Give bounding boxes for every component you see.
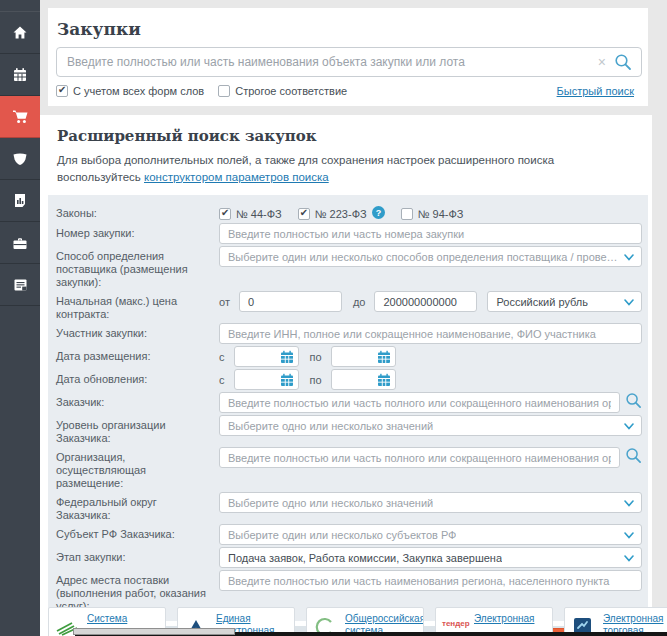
placement-date-label: Дата размещения: [56, 346, 219, 363]
form-row-participant: Участник закупки: [56, 323, 642, 344]
constructor-params-link[interactable]: конструктором параметров поиска [144, 171, 329, 183]
placing-org-input[interactable] [219, 447, 620, 468]
law-94fz-label: № 94-ФЗ [418, 208, 464, 220]
calendar-icon [280, 350, 294, 364]
federal-district-select[interactable]: Выберите одно или несколько значений [219, 492, 642, 513]
date-from-label: с [219, 374, 225, 386]
search-section: Закупки × С учетом всех форм слов Строго… [48, 8, 648, 106]
federal-district-value: Выберите одно или несколько значений [228, 497, 433, 509]
calendar-icon [377, 373, 391, 387]
sidebar-item-home[interactable] [0, 12, 40, 54]
law-223fz-item: № 223-ФЗ ? [298, 206, 385, 221]
form-row-purchase-number: Номер закупки: [56, 223, 642, 244]
purchase-number-input[interactable] [219, 223, 642, 244]
region-label: Субъект РФ Заказчика: [56, 524, 219, 541]
sidebar [0, 0, 40, 636]
stage-label: Этап закупки: [56, 547, 219, 564]
update-date-from-input[interactable] [234, 369, 299, 390]
form-row-federal-district: Федеральный округ Заказчика: Выберите од… [56, 492, 642, 522]
sidebar-item-organizations[interactable] [0, 222, 40, 264]
form-row-customer: Заказчик: [56, 392, 642, 413]
date-to-label: по [310, 374, 322, 386]
update-date-label: Дата обновления: [56, 369, 219, 386]
search-options: С учетом всех форм слов Строгое соответс… [56, 85, 642, 97]
update-date-to-input[interactable] [331, 369, 396, 390]
page-title: Закупки [57, 19, 642, 39]
all-word-forms-checkbox[interactable] [56, 85, 68, 97]
region-value: Выберите один или несколько субъектов РФ [228, 529, 456, 541]
chevron-down-icon [624, 555, 634, 562]
supplier-method-value: Выберите один или несколько способов опр… [228, 251, 621, 263]
chevron-down-icon [624, 254, 634, 261]
briefcase-icon [12, 236, 28, 250]
procurement-search-screen: Закупки × С учетом всех форм слов Строго… [0, 0, 667, 636]
placing-org-search-icon[interactable] [625, 447, 642, 468]
customer-search-icon[interactable] [625, 392, 642, 413]
org-level-select[interactable]: Выберите одно или несколько значений [219, 415, 642, 436]
currency-select[interactable]: Российский рубль [487, 291, 642, 312]
participant-input[interactable] [219, 323, 642, 344]
help-icon[interactable]: ? [372, 206, 385, 221]
law-44fz-item: № 44-ФЗ [219, 208, 282, 220]
search-box: × [56, 47, 642, 77]
federal-district-label: Федеральный округ Заказчика: [56, 492, 219, 522]
page-content: Закупки × С учетом всех форм слов Строго… [40, 0, 667, 636]
date-from-label: с [219, 351, 225, 363]
placement-date-from-input[interactable] [234, 346, 299, 367]
news-icon [13, 278, 28, 292]
home-icon [12, 25, 28, 40]
shield-icon [12, 152, 28, 166]
advanced-search-description: Для выбора дополнительных полей, а также… [57, 152, 622, 185]
calendar-icon [377, 350, 391, 364]
search-input[interactable] [56, 47, 642, 77]
strict-match-label: Строгое соответствие [235, 85, 347, 97]
calendar-icon [12, 67, 28, 82]
placement-date-to-input[interactable] [331, 346, 396, 367]
stage-select[interactable]: Подача заявок, Работа комиссии, Закупка … [219, 547, 642, 568]
form-row-placing-org: Организация, осуществляющая размещение: [56, 447, 642, 490]
org-level-value: Выберите одно или несколько значений [228, 420, 433, 432]
currency-value: Российский рубль [496, 296, 588, 308]
chevron-down-icon [624, 532, 634, 539]
clear-search-icon[interactable]: × [598, 53, 606, 71]
price-to-input[interactable] [374, 291, 477, 312]
sidebar-item-reports[interactable] [0, 180, 40, 222]
sidebar-item-news[interactable] [0, 264, 40, 306]
chevron-down-icon [624, 299, 634, 306]
search-icon[interactable] [614, 53, 632, 75]
svg-text:?: ? [375, 208, 381, 218]
report-icon [13, 193, 27, 208]
strict-match-checkbox[interactable] [218, 85, 230, 97]
form-row-price: Начальная (макс.) цена контракта: от до … [56, 291, 642, 321]
price-from-label: от [219, 296, 230, 308]
sidebar-item-contracts[interactable] [0, 138, 40, 180]
purchase-number-label: Номер закупки: [56, 223, 219, 240]
delivery-address-input[interactable] [219, 570, 642, 591]
stage-value: Подача заявок, Работа комиссии, Закупка … [228, 552, 502, 564]
law-223fz-checkbox[interactable] [298, 208, 310, 220]
supplier-method-label: Способ определения поставщика (размещени… [56, 246, 219, 289]
customer-label: Заказчик: [56, 392, 219, 409]
form-row-update-date: Дата обновления: с по [56, 369, 642, 390]
law-94fz-checkbox[interactable] [401, 208, 413, 220]
advanced-search-title: Расширенный поиск закупок [57, 127, 635, 145]
laws-label: Законы: [56, 203, 219, 220]
date-to-label: по [310, 351, 322, 363]
customer-input[interactable] [219, 392, 620, 413]
advanced-search-section: Расширенный поиск закупок Для выбора доп… [40, 115, 652, 636]
quick-search-link[interactable]: Быстрый поиск [557, 85, 634, 97]
status-tooltip [73, 628, 235, 635]
sidebar-item-purchases[interactable] [0, 96, 40, 138]
sidebar-item-calendar[interactable] [0, 54, 40, 96]
supplier-method-select[interactable]: Выберите один или несколько способов опр… [219, 246, 642, 267]
price-label: Начальная (макс.) цена контракта: [56, 291, 219, 321]
law-44fz-checkbox[interactable] [219, 208, 231, 220]
law-94fz-item: № 94-ФЗ [401, 208, 464, 220]
sidebar-spacer [0, 0, 40, 12]
all-word-forms-label: С учетом всех форм слов [73, 85, 204, 97]
form-row-placement-date: Дата размещения: с по [56, 346, 642, 367]
region-select[interactable]: Выберите один или несколько субъектов РФ [219, 524, 642, 545]
price-from-input[interactable] [239, 291, 342, 312]
participant-label: Участник закупки: [56, 323, 219, 340]
form-row-laws: Законы: № 44-ФЗ № 223-ФЗ ? [56, 203, 642, 221]
